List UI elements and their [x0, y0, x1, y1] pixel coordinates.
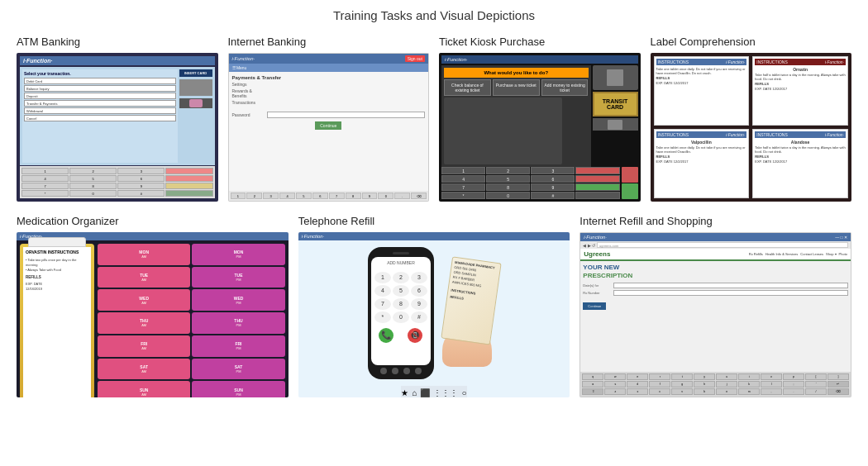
- atm-key-5[interactable]: 5: [69, 175, 117, 182]
- med-sun-am[interactable]: SUNAM: [98, 381, 190, 397]
- atm-key-9[interactable]: 9: [117, 183, 165, 189]
- ticket-opt-2[interactable]: Purchase a new ticket: [493, 79, 540, 96]
- med-fri-pm[interactable]: FRIPM: [192, 335, 284, 357]
- atm-debit-btn[interactable]: Debit Card: [24, 78, 176, 84]
- ik-t[interactable]: t: [671, 373, 693, 380]
- ik-i[interactable]: i: [738, 373, 760, 380]
- med-mon-pm[interactable]: MONPM: [192, 244, 284, 265]
- phone-btn-8[interactable]: 8: [393, 298, 409, 310]
- atm-key-cancel[interactable]: [165, 175, 212, 182]
- atm-key-7[interactable]: 7: [21, 183, 69, 189]
- tk-0[interactable]: 0: [486, 192, 530, 199]
- ik-l[interactable]: l: [761, 381, 782, 388]
- med-tue-am[interactable]: TUEAM: [98, 267, 190, 288]
- ik-v[interactable]: v: [671, 388, 693, 395]
- ik-g[interactable]: g: [671, 381, 693, 388]
- ik-rb[interactable]: ]: [827, 373, 849, 380]
- tk-1[interactable]: 1: [441, 167, 485, 174]
- phone-call-btn[interactable]: 📞: [379, 328, 393, 343]
- ik-p[interactable]: p: [783, 373, 804, 380]
- inet-key-0[interactable]: 0: [378, 193, 393, 199]
- irefill-dates-input[interactable]: [613, 283, 848, 288]
- tk-8[interactable]: 8: [486, 183, 530, 191]
- tk-3[interactable]: 3: [531, 167, 575, 174]
- phone-btn-1[interactable]: 1: [374, 272, 391, 283]
- irefill-nav-health[interactable]: Health Info & Services: [765, 252, 799, 256]
- inet-password-input[interactable]: [267, 112, 426, 118]
- tk-enter[interactable]: [575, 183, 619, 191]
- inet-key-3[interactable]: 3: [263, 193, 279, 199]
- inet-key-1[interactable]: 1: [231, 193, 246, 199]
- ik-comma[interactable]: ,: [761, 388, 782, 395]
- ik-k[interactable]: k: [738, 381, 760, 388]
- inet-key-del[interactable]: ⌫: [411, 193, 427, 199]
- inet-key-9[interactable]: 9: [362, 193, 378, 199]
- irefill-nav-shop[interactable]: Shop ▾: [826, 252, 836, 256]
- atm-key-2[interactable]: 2: [69, 168, 117, 174]
- irefill-nav-photo[interactable]: Photo: [839, 252, 847, 256]
- phone-btn-0[interactable]: 0: [393, 311, 409, 323]
- atm-key-1[interactable]: 1: [21, 168, 69, 174]
- ticket-opt-3[interactable]: Add money to existing ticket: [541, 79, 589, 96]
- atm-balance-btn[interactable]: Balance Inquiry: [24, 85, 176, 92]
- inet-key-2[interactable]: 2: [246, 193, 262, 199]
- phone-btn-hash[interactable]: #: [411, 311, 427, 323]
- tk-hash[interactable]: #: [531, 192, 575, 199]
- inet-key-6[interactable]: 6: [312, 193, 328, 199]
- ik-d[interactable]: d: [627, 381, 648, 388]
- ik-apos[interactable]: ': [805, 381, 827, 388]
- phone-btn-2[interactable]: 2: [393, 272, 409, 283]
- phone-btn-star[interactable]: *: [374, 311, 391, 323]
- irefill-nav-contact[interactable]: Contact Lenses: [800, 252, 823, 256]
- irefill-rxnum-input[interactable]: [613, 290, 848, 296]
- ik-j[interactable]: j: [716, 381, 737, 388]
- tk-2[interactable]: 2: [486, 167, 530, 174]
- atm-key-3[interactable]: 3: [117, 168, 165, 174]
- tk-6[interactable]: 6: [531, 175, 575, 183]
- ticket-opt-1[interactable]: Check balance of existing ticket: [444, 79, 491, 96]
- ik-n[interactable]: n: [716, 388, 737, 395]
- ik-m[interactable]: m: [738, 388, 760, 395]
- tk-cancel[interactable]: [575, 175, 619, 183]
- phone-btn-5[interactable]: 5: [393, 285, 409, 297]
- ik-shift[interactable]: ⇧: [582, 388, 603, 395]
- inet-signout[interactable]: Sign out: [405, 55, 425, 62]
- atm-key-8[interactable]: 8: [69, 183, 117, 189]
- phone-btn-3[interactable]: 3: [411, 272, 427, 283]
- tk-clr[interactable]: [575, 167, 619, 174]
- ik-b[interactable]: b: [694, 388, 715, 395]
- inet-key-5[interactable]: 5: [296, 193, 312, 199]
- tk-5[interactable]: 5: [486, 175, 530, 183]
- atm-key-4[interactable]: 4: [21, 175, 69, 182]
- med-fri-am[interactable]: FRIAM: [98, 335, 190, 357]
- ik-h[interactable]: h: [694, 381, 715, 388]
- atm-transfer-btn[interactable]: Transfer & Payments: [24, 100, 176, 107]
- phone-btn-6[interactable]: 6: [411, 285, 427, 297]
- tk-9[interactable]: 9: [531, 183, 575, 191]
- ik-slash[interactable]: /: [805, 388, 827, 395]
- med-thu-am[interactable]: THUAM: [98, 312, 190, 334]
- med-sat-pm[interactable]: SATPM: [192, 359, 284, 380]
- irefill-address-bar[interactable]: ugreens.com: [597, 242, 848, 248]
- inet-key-7[interactable]: 7: [329, 193, 345, 199]
- irefill-nav-rxrefills[interactable]: Rx Refills: [749, 252, 763, 256]
- ik-f[interactable]: f: [649, 381, 670, 388]
- inet-key-dot[interactable]: .: [394, 193, 410, 199]
- tk-extra[interactable]: [575, 192, 619, 199]
- ik-s[interactable]: s: [604, 381, 626, 388]
- atm-key-clear[interactable]: [165, 168, 212, 174]
- atm-key-6[interactable]: 6: [117, 175, 165, 182]
- med-tue-pm[interactable]: TUEPM: [192, 267, 284, 288]
- med-thu-pm[interactable]: THUPM: [192, 312, 284, 334]
- med-sun-pm[interactable]: SUNPM: [192, 381, 284, 397]
- med-mon-am[interactable]: MONAM: [98, 244, 190, 265]
- ik-w[interactable]: w: [604, 373, 626, 380]
- atm-key-enter[interactable]: [165, 190, 212, 197]
- inet-key-4[interactable]: 4: [279, 193, 295, 199]
- ik-backspace[interactable]: ⌫: [827, 388, 849, 395]
- atm-key-hash[interactable]: #: [117, 190, 165, 197]
- ik-o[interactable]: o: [761, 373, 782, 380]
- inet-key-8[interactable]: 8: [346, 193, 361, 199]
- atm-key-0[interactable]: 0: [69, 190, 117, 197]
- ik-u[interactable]: u: [716, 373, 737, 380]
